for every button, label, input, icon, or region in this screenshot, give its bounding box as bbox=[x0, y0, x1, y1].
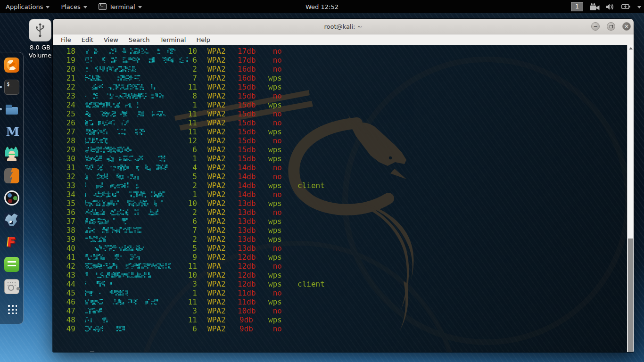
power: 15db bbox=[238, 100, 253, 109]
row-number: 37 bbox=[54, 217, 75, 226]
screencast-icon[interactable] bbox=[590, 3, 600, 10]
dock-item-firefox[interactable] bbox=[3, 57, 21, 73]
essid-pixelated-blob bbox=[85, 155, 166, 162]
channel: 11 bbox=[187, 127, 197, 136]
dock-item-show-apps[interactable] bbox=[3, 301, 21, 317]
status-segment: wireless networks. bbox=[177, 351, 268, 352]
scan-row: 36 2 WPA2 13db no bbox=[54, 208, 626, 217]
essid-censored bbox=[75, 47, 187, 56]
wps-status: no bbox=[253, 91, 282, 100]
essid-censored bbox=[75, 271, 187, 280]
active-app-menu[interactable]: Terminal bbox=[93, 0, 148, 13]
dock-item-faraday[interactable] bbox=[3, 234, 21, 250]
scrollbar[interactable] bbox=[627, 45, 634, 352]
status-segment: targets and bbox=[277, 351, 336, 352]
power: 12db bbox=[238, 253, 253, 262]
scan-row: 38 7 WPA2 13db wps bbox=[54, 226, 626, 235]
wps-status: no bbox=[253, 190, 282, 199]
dock-item-files[interactable] bbox=[3, 101, 21, 117]
row-number: 28 bbox=[54, 136, 75, 145]
minimize-button[interactable]: − bbox=[591, 22, 600, 31]
menu-terminal[interactable]: Terminal bbox=[155, 35, 191, 44]
encryption: WPA2 bbox=[207, 288, 238, 297]
menu-help[interactable]: Help bbox=[191, 35, 215, 44]
essid-censored bbox=[75, 56, 187, 65]
files-icon bbox=[4, 102, 19, 117]
chevron-down-icon bbox=[138, 6, 142, 8]
terminal-screen[interactable]: 18 10 WPA2 17db no 19 6 WPA2 17db no 20 … bbox=[53, 45, 634, 352]
scan-row: 45 1 WPA2 11db no bbox=[54, 288, 626, 297]
close-button[interactable]: ✕ bbox=[622, 22, 631, 31]
wps-status: no bbox=[253, 172, 282, 181]
window-titlebar[interactable]: root@kali: ~ − ✕ bbox=[53, 19, 634, 34]
system-menu-caret-icon[interactable] bbox=[637, 6, 641, 8]
scan-row: 48 11 WPA2 9db wps bbox=[54, 315, 626, 324]
maximize-button[interactable] bbox=[607, 22, 615, 31]
essid-censored bbox=[75, 74, 187, 82]
wps-status: no bbox=[253, 288, 282, 297]
essid-pixelated-blob bbox=[85, 298, 161, 305]
row-number: 46 bbox=[54, 297, 75, 306]
scan-row: 31 4 WPA2 14db no bbox=[54, 163, 626, 172]
essid-censored bbox=[75, 235, 187, 244]
power: 17db bbox=[238, 47, 253, 56]
scan-row: 21 7 WPA2 16db wps bbox=[54, 74, 626, 82]
client-flag: client bbox=[297, 181, 325, 190]
scan-row: 25 11 WPA2 15db no bbox=[54, 109, 626, 118]
scan-row: 20 2 WPA2 16db no bbox=[54, 65, 626, 74]
row-number: 32 bbox=[54, 172, 75, 181]
battery-icon[interactable] bbox=[621, 3, 631, 10]
text-editor-icon bbox=[4, 257, 19, 272]
essid-censored bbox=[75, 280, 187, 288]
scan-row: 46 11 WPA2 11db wps bbox=[54, 297, 626, 306]
dock-item-metasploit[interactable] bbox=[3, 123, 21, 140]
essid-pixelated-blob bbox=[85, 101, 141, 108]
essid-censored bbox=[75, 100, 187, 109]
menu-view[interactable]: View bbox=[99, 35, 124, 44]
clock-label[interactable]: Wed 12:52 bbox=[305, 3, 339, 10]
channel: 6 bbox=[187, 56, 197, 65]
essid-pixelated-blob bbox=[85, 57, 196, 64]
encryption: WPA2 bbox=[207, 47, 238, 56]
chevron-down-icon bbox=[46, 6, 50, 8]
dock-item-burpsuite[interactable] bbox=[3, 168, 21, 184]
dock-item-beef[interactable] bbox=[3, 212, 21, 228]
dock bbox=[0, 52, 24, 324]
wps-status: no bbox=[253, 306, 282, 315]
applications-menu[interactable]: Applications bbox=[0, 0, 55, 13]
wps-status: no bbox=[253, 109, 282, 118]
wps-status: wps bbox=[253, 199, 282, 208]
row-number: 31 bbox=[54, 163, 75, 172]
essid-pixelated-blob bbox=[85, 182, 139, 189]
essid-pixelated-blob bbox=[85, 128, 145, 135]
essid-pixelated-blob bbox=[85, 110, 166, 117]
menu-edit[interactable]: Edit bbox=[76, 35, 99, 44]
essid-pixelated-blob bbox=[85, 325, 128, 332]
scan-row: 49 6 WPA2 9db no bbox=[54, 324, 626, 333]
chevron-down-icon bbox=[83, 6, 87, 8]
scan-row: 29 6 WPA2 15db wps bbox=[54, 145, 626, 154]
channel: 1 bbox=[187, 288, 197, 297]
volume-icon[interactable] bbox=[606, 3, 615, 10]
encryption: WPA2 bbox=[207, 297, 238, 306]
scan-row: 33 2 WPA2 14db wps client bbox=[54, 181, 626, 190]
power: 12db bbox=[238, 280, 253, 288]
desktop-volume-icon[interactable]: 8.0 GB Volume bbox=[19, 19, 61, 59]
row-number: 20 bbox=[54, 65, 75, 74]
encryption: WPA2 bbox=[207, 199, 238, 208]
encryption: WPA2 bbox=[207, 145, 238, 154]
workspace-indicator[interactable]: 1 bbox=[571, 2, 583, 11]
dock-item-zap[interactable] bbox=[3, 190, 21, 206]
beef-icon bbox=[4, 213, 19, 228]
scan-row: 30 1 WPA2 15db wps bbox=[54, 154, 626, 163]
menu-search[interactable]: Search bbox=[124, 35, 155, 44]
dock-item-terminal[interactable] bbox=[3, 79, 21, 95]
scrollbar-slider[interactable] bbox=[628, 239, 633, 352]
scrollbar-up-arrow[interactable] bbox=[627, 45, 634, 51]
dock-item-notes[interactable] bbox=[3, 256, 21, 272]
dock-item-utility[interactable] bbox=[3, 279, 21, 295]
places-menu[interactable]: Places bbox=[55, 0, 92, 13]
power: 12db bbox=[238, 271, 253, 280]
dock-item-armitage[interactable] bbox=[3, 146, 21, 162]
power: 12db bbox=[238, 262, 253, 271]
